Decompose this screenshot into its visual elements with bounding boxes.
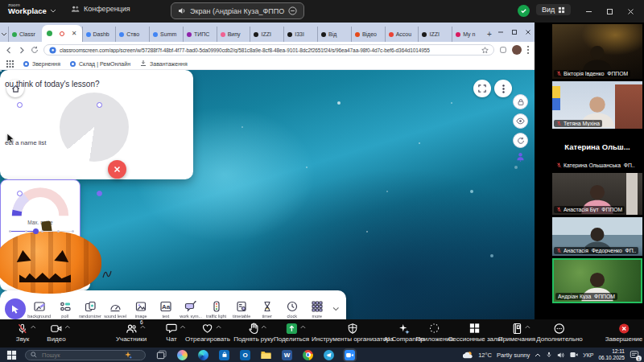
tool-background[interactable]: background xyxy=(27,300,52,319)
browser-tab[interactable]: Classr xyxy=(8,27,42,42)
weather-temp[interactable]: 12°C xyxy=(478,352,492,359)
tray-volume-icon[interactable] xyxy=(557,352,565,359)
tab-close-icon[interactable]: ✕ xyxy=(72,31,77,37)
taskbar-explorer-icon[interactable] xyxy=(261,350,271,360)
control-host-tools[interactable]: Инструменты организатора xyxy=(312,322,394,343)
control-reactions[interactable]: Отреагировать xyxy=(185,322,230,343)
tool-timer[interactable]: timer xyxy=(254,300,279,319)
window-close-button[interactable] xyxy=(623,4,638,19)
canvas-menu-button[interactable] xyxy=(494,80,512,97)
tab-search-chevron-icon[interactable] xyxy=(0,27,8,42)
participant-tile[interactable]: Анастасія_Федорченко_ФП.. xyxy=(552,217,642,256)
tool-randomizer[interactable]: randomizer xyxy=(78,300,102,319)
participant-tile[interactable]: Тетяна Мухіна xyxy=(552,81,642,129)
taskbar-word-icon[interactable]: W xyxy=(282,350,292,360)
browser-tab[interactable]: Випу xyxy=(217,27,250,42)
control-notes[interactable]: Примечания xyxy=(498,322,535,343)
tool-image[interactable]: image xyxy=(128,300,152,319)
window-restore-button[interactable] xyxy=(602,4,617,19)
control-end-meeting[interactable]: Завершение xyxy=(605,322,643,343)
selection-handle[interactable] xyxy=(17,102,23,108)
browser-tab[interactable]: IZZI xyxy=(250,27,283,42)
reload-icon[interactable] xyxy=(31,46,39,54)
browser-tab[interactable]: Відео xyxy=(351,27,385,42)
browser-restore-button[interactable] xyxy=(507,26,521,39)
view-button[interactable]: Вид xyxy=(536,4,571,15)
forward-icon[interactable] xyxy=(18,47,26,54)
start-button[interactable] xyxy=(6,350,17,360)
browser-tab[interactable]: IZZI xyxy=(418,27,452,42)
selection-handle[interactable] xyxy=(97,191,102,196)
tool-sound-level[interactable]: sound level xyxy=(103,300,127,319)
search-input[interactable] xyxy=(40,351,121,360)
task-view-button[interactable] xyxy=(156,350,167,360)
tool-text[interactable]: Aa text xyxy=(154,300,178,319)
extensions-icon[interactable] xyxy=(499,46,507,54)
tab-screen-share[interactable]: Экран (Андріан Куза_ФППО xyxy=(171,2,304,19)
bookmark-item[interactable]: Завантаження xyxy=(140,60,188,67)
notification-center[interactable]: 1 xyxy=(630,350,639,360)
control-chat[interactable]: Чат xyxy=(166,322,178,343)
tray-camera-icon[interactable] xyxy=(570,352,578,358)
bookmark-item[interactable]: Звернення xyxy=(23,61,60,67)
chevron-up-icon[interactable] xyxy=(261,325,266,329)
taskbar-edge-icon[interactable] xyxy=(198,350,208,360)
person-count-icon[interactable] xyxy=(516,152,525,162)
back-icon[interactable] xyxy=(5,47,13,54)
browser-tab[interactable]: I33I xyxy=(283,27,317,42)
new-tab-button[interactable]: + xyxy=(485,27,493,42)
chevron-up-icon[interactable] xyxy=(31,325,36,329)
tool-work-symbols[interactable]: work sym... xyxy=(179,300,203,319)
site-info-icon[interactable]: ● xyxy=(49,47,56,54)
address-bar[interactable]: ● classroomscreen.com/app/screen/w/57288… xyxy=(43,44,494,56)
profile-avatar[interactable] xyxy=(512,45,522,55)
clock[interactable]: 12:11 06.10.2025 xyxy=(598,348,625,361)
browser-tab[interactable]: Dashb xyxy=(82,27,116,42)
participant-tile[interactable]: Анастасія Бут_ФППОМ xyxy=(552,173,642,215)
browser-tab[interactable]: Accou xyxy=(385,27,419,42)
taskbar-chrome-icon[interactable] xyxy=(303,350,313,360)
taskbar-zoom-icon[interactable] xyxy=(345,350,355,360)
refresh-button[interactable] xyxy=(513,133,528,148)
minimize-share-icon[interactable] xyxy=(288,6,297,15)
tray-chevron-up-icon[interactable] xyxy=(535,353,541,357)
bookmark-item[interactable]: Склад | РемОнлайн xyxy=(70,61,130,67)
noise-slider[interactable] xyxy=(7,228,73,234)
tool-poll[interactable]: poll xyxy=(52,300,76,319)
control-video[interactable]: Видео xyxy=(47,322,65,343)
control-share-screen[interactable]: Поделиться xyxy=(274,322,309,343)
control-more[interactable]: Дополнительно xyxy=(536,322,583,343)
browser-tab[interactable]: Від xyxy=(317,27,351,42)
participant-tile-active-speaker[interactable]: Андріан Куза_ФППОМ xyxy=(552,258,642,303)
participant-tile[interactable]: Вікторія Івденко_ФППОМ xyxy=(552,24,642,79)
dialog-close-button[interactable] xyxy=(108,160,126,179)
browser-minimize-button[interactable] xyxy=(493,26,507,39)
slider-thumb[interactable] xyxy=(33,228,39,234)
browser-tab[interactable]: Summ xyxy=(149,27,183,42)
browser-tab[interactable]: My n xyxy=(452,27,485,42)
control-participants[interactable]: 6 Участники xyxy=(116,322,147,343)
tool-traffic-light[interactable]: traffic light xyxy=(204,300,229,319)
fullscreen-button[interactable] xyxy=(473,80,491,97)
name-wheel[interactable] xyxy=(60,93,129,162)
chevron-down-icon[interactable] xyxy=(50,9,56,13)
apps-grid-icon[interactable] xyxy=(6,60,14,68)
browser-menu-icon[interactable] xyxy=(526,45,530,55)
taskbar-outlook-icon[interactable]: O xyxy=(240,350,250,360)
taskbar-store-icon[interactable] xyxy=(219,350,229,360)
browser-tab[interactable]: ТИПС xyxy=(183,27,217,42)
lock-button[interactable] xyxy=(513,94,528,109)
weather-icon[interactable] xyxy=(463,351,473,360)
chevron-up-icon[interactable] xyxy=(525,325,530,329)
tool-timetable[interactable]: timetable xyxy=(229,300,254,319)
bookmark-star-icon[interactable] xyxy=(481,47,489,54)
chevron-up-icon[interactable] xyxy=(216,325,221,329)
participant-tile[interactable]: Катерина Ольш... Катерина Ольшанська_ФП.… xyxy=(552,131,642,171)
browser-close-button[interactable] xyxy=(521,26,535,39)
window-minimize-button[interactable] xyxy=(581,4,596,19)
taskbar-copilot-icon[interactable] xyxy=(177,350,188,360)
security-shield-icon[interactable] xyxy=(518,5,530,17)
tab-meeting[interactable]: Конференция xyxy=(71,5,130,13)
control-raise-hand[interactable]: Поднять руку xyxy=(233,322,273,343)
selection-handle[interactable] xyxy=(97,102,102,108)
